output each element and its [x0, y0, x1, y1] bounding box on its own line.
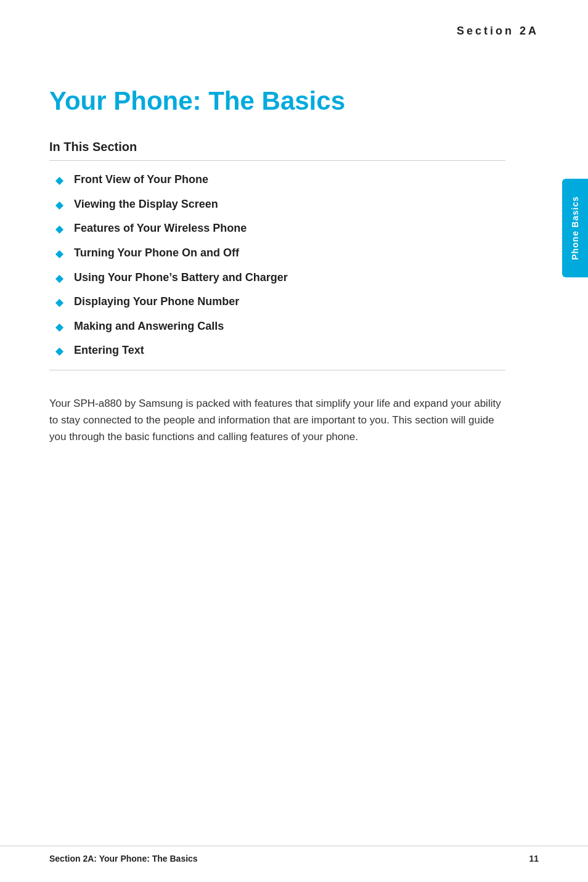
page-container: Phone Basics Section 2A Your Phone: The … — [0, 0, 588, 882]
side-tab: Phone Basics — [562, 179, 588, 277]
toc-list: ◆Front View of Your Phone◆Viewing the Di… — [49, 161, 505, 370]
page-title: Your Phone: The Basics — [49, 87, 505, 115]
toc-item-battery-charger: ◆Using Your Phone’s Battery and Charger — [55, 271, 505, 285]
toc-item-making-answering: ◆Making and Answering Calls — [55, 320, 505, 333]
bullet-icon: ◆ — [55, 248, 63, 259]
footer-page-number: 11 — [529, 854, 539, 864]
toc-item-displaying-number: ◆Displaying Your Phone Number — [55, 295, 505, 309]
bullet-icon: ◆ — [55, 199, 63, 211]
toc-item-label: Viewing the Display Screen — [74, 198, 218, 211]
side-tab-label: Phone Basics — [570, 196, 580, 260]
toc-item-turning-on-off: ◆Turning Your Phone On and Off — [55, 247, 505, 260]
toc-item-label: Front View of Your Phone — [74, 173, 208, 187]
body-text: Your SPH-a880 by Samsung is packed with … — [49, 395, 505, 446]
bullet-icon: ◆ — [55, 321, 63, 333]
in-this-section-block: In This Section ◆Front View of Your Phon… — [49, 140, 505, 370]
toc-item-viewing-display: ◆Viewing the Display Screen — [55, 198, 505, 211]
toc-item-label: Displaying Your Phone Number — [74, 295, 239, 309]
toc-item-label: Entering Text — [74, 344, 144, 357]
in-this-section-heading: In This Section — [49, 140, 505, 161]
toc-item-front-view: ◆Front View of Your Phone — [55, 173, 505, 187]
page-footer: Section 2A: Your Phone: The Basics 11 — [0, 846, 588, 864]
bullet-icon: ◆ — [55, 296, 63, 308]
bullet-icon: ◆ — [55, 272, 63, 284]
toc-item-label: Making and Answering Calls — [74, 320, 224, 333]
toc-item-label: Using Your Phone’s Battery and Charger — [74, 271, 288, 285]
bullet-icon: ◆ — [55, 174, 63, 186]
toc-item-features-wireless: ◆Features of Your Wireless Phone — [55, 222, 505, 235]
main-content: Your Phone: The Basics In This Section ◆… — [0, 56, 555, 483]
bullet-icon: ◆ — [55, 223, 63, 235]
bullet-icon: ◆ — [55, 345, 63, 357]
toc-item-label: Features of Your Wireless Phone — [74, 222, 247, 235]
toc-item-label: Turning Your Phone On and Off — [74, 247, 239, 260]
footer-title: Section 2A: Your Phone: The Basics — [49, 854, 198, 864]
section-label: Section 2A — [0, 0, 588, 56]
toc-item-entering-text: ◆Entering Text — [55, 344, 505, 357]
